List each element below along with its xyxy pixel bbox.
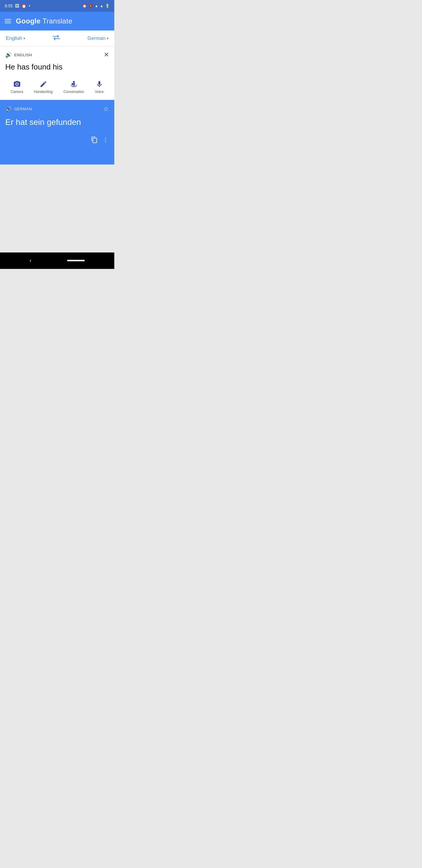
input-header: 🔊 ENGLISH ✕ (5, 51, 109, 59)
handwriting-tool-button[interactable]: Handwriting (34, 80, 53, 94)
source-language-button[interactable]: English ▾ (6, 35, 25, 41)
input-lang-label: 🔊 ENGLISH (5, 52, 32, 58)
input-text[interactable]: He has found his (5, 62, 109, 72)
svg-point-0 (16, 83, 18, 85)
swap-languages-button[interactable] (52, 35, 60, 42)
voice-tool-button[interactable]: Voice (95, 80, 103, 94)
more-options-button[interactable] (102, 136, 109, 145)
back-button[interactable]: ‹ (30, 257, 31, 264)
status-time: 8:55 (5, 3, 12, 8)
signal-icon: ▲ (100, 4, 103, 8)
conversation-icon (70, 80, 78, 88)
camera-tool-button[interactable]: Camera (10, 80, 23, 94)
alarm-right-icon: ⏰ (83, 4, 87, 8)
dot-indicator: • (29, 3, 30, 8)
input-speaker-icon[interactable]: 🔊 (5, 52, 12, 58)
svg-point-7 (105, 142, 106, 143)
app-bar: Google Translate (0, 12, 114, 31)
source-language-chevron: ▾ (24, 36, 25, 40)
svg-point-6 (105, 140, 106, 141)
svg-rect-1 (71, 83, 73, 85)
handwriting-label: Handwriting (34, 90, 53, 94)
handwriting-icon (39, 80, 47, 88)
wifi-icon: ▲ (95, 4, 98, 8)
translation-header: 🔊 GERMAN ☆ (5, 105, 109, 113)
voice-label: Voice (95, 90, 103, 94)
translated-text: Er hat sein gefunden (5, 117, 109, 128)
gray-area (0, 164, 114, 252)
favorite-button[interactable]: ☆ (103, 105, 109, 113)
status-right: ⏰ 🔕 ▲ ▲ 🔋 (83, 4, 109, 8)
menu-button[interactable] (5, 19, 11, 23)
translation-section: 🔊 GERMAN ☆ Er hat sein gefunden (0, 100, 114, 164)
voice-icon (96, 80, 103, 88)
source-language-label: English (6, 35, 22, 41)
translation-actions (5, 136, 109, 145)
clear-input-button[interactable]: ✕ (104, 51, 109, 59)
translation-lang-text: GERMAN (14, 107, 32, 111)
conversation-tool-button[interactable]: Conversation (63, 80, 84, 94)
input-tools: Camera Handwriting (5, 78, 109, 95)
input-section: 🔊 ENGLISH ✕ He has found his Camera Hand… (0, 46, 114, 100)
svg-point-5 (105, 137, 106, 138)
target-language-button[interactable]: German ▾ (88, 35, 108, 41)
battery-icon: 🔋 (105, 4, 109, 8)
target-language-label: German (88, 35, 105, 41)
translation-lang-label: 🔊 GERMAN (5, 106, 32, 112)
app-title-translate: Translate (40, 17, 72, 25)
app-title: Google Translate (16, 17, 72, 25)
translation-speaker-icon[interactable]: 🔊 (5, 106, 12, 112)
svg-rect-2 (73, 83, 75, 85)
camera-icon (13, 80, 21, 88)
navigation-bar: ‹ (0, 252, 114, 269)
alarm-icon: ⏰ (22, 3, 26, 8)
input-lang-text: ENGLISH (14, 53, 32, 57)
app-title-google: Google (16, 17, 40, 25)
photo-icon: 🖼 (15, 3, 19, 8)
home-indicator[interactable] (67, 260, 85, 261)
status-bar: 8:55 🖼 ⏰ • ⏰ 🔕 ▲ ▲ 🔋 (0, 0, 114, 12)
language-bar: English ▾ German ▾ (0, 31, 114, 46)
conversation-label: Conversation (63, 90, 84, 94)
status-left: 8:55 🖼 ⏰ • (5, 3, 30, 8)
camera-label: Camera (10, 90, 23, 94)
mute-icon: 🔕 (89, 4, 93, 8)
copy-button[interactable] (91, 136, 98, 145)
target-language-chevron: ▾ (107, 36, 108, 40)
